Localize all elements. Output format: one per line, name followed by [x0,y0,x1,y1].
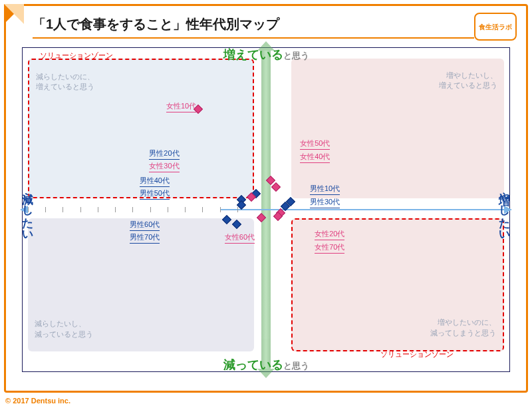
axis-label-bottom: 減っていると思う [223,357,309,373]
corner-fold-decoration [4,4,24,24]
label-f10: 女性10代 [166,101,196,112]
solution-zone-label-br: ソリューションゾーン [380,349,454,359]
label-f20: 女性20代 [315,229,344,240]
label-f30: 女性30代 [149,161,179,172]
x-axis-ticks [28,207,238,212]
point-f40 [271,182,281,192]
axis-label-top: 増えていると思う [223,47,309,63]
chart-area: 減らしたいのに、増えていると思う 増やしたいし、増えていると思う 減らしたいし、… [22,47,510,372]
title-underline [33,37,474,39]
quadrant-top-right: 増やしたいし、増えていると思う [291,59,504,198]
solution-zone-label-tl: ソリューションゾーン [40,51,113,61]
chart-frame: 「1人で食事をすること」性年代別マップ 食生活ラボ 減らしたいのに、増えていると… [4,4,528,393]
label-f50: 女性50代 [300,138,330,150]
x-axis-line [220,209,505,210]
brand-logo: 食生活ラボ [474,13,517,41]
label-m70: 男性70代 [130,232,160,244]
quadrant-bl-text: 減らしたいし、減っていると思う [35,319,93,339]
label-f40: 女性40代 [300,152,330,163]
axis-label-right: 増やしたい [497,184,512,235]
label-m10: 男性10代 [310,184,340,195]
copyright-text: © 2017 Dentsu inc. [5,397,70,405]
label-m50: 男性50代 [140,188,170,200]
label-m40: 男性40代 [140,176,170,187]
quadrant-tl-text: 減らしたいのに、増えていると思う [36,72,94,93]
label-f60: 女性60代 [225,232,255,244]
quadrant-tr-text: 増やしたいし、増えていると思う [439,71,497,91]
label-m20: 男性20代 [149,148,179,160]
label-f70: 女性70代 [315,242,344,254]
title-wrap: 「1人で食事をすること」性年代別マップ [33,15,474,39]
label-m60: 男性60代 [130,220,160,231]
label-m30: 男性30代 [310,197,340,208]
chart-title: 「1人で食事をすること」性年代別マップ [33,15,474,36]
header: 「1人で食事をすること」性年代別マップ 食生活ラボ [6,6,526,43]
axis-label-left: 減らしたい [20,184,35,235]
quadrant-br-text: 増やしたいのに、減ってしまうと思う [430,317,496,338]
